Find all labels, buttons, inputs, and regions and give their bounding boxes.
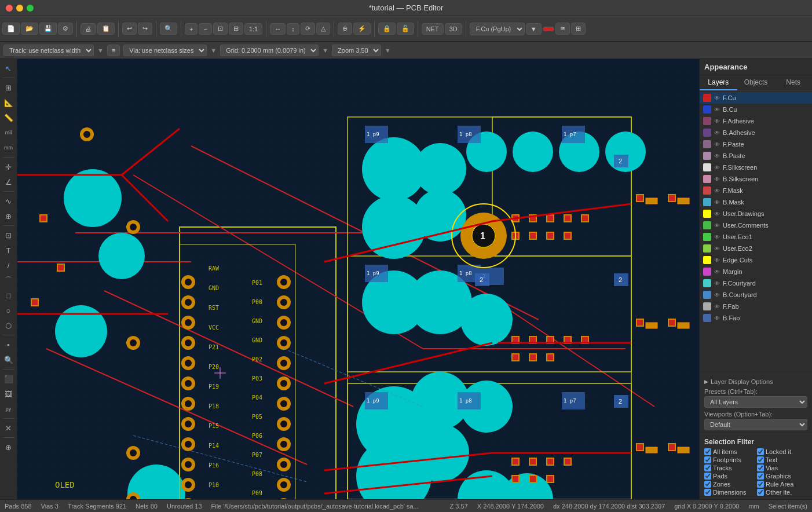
scripting-tool[interactable]: py (2, 402, 16, 416)
layer-item-f-mask[interactable]: 👁 F.Mask (700, 185, 812, 196)
pcb-canvas-area[interactable] (17, 59, 699, 499)
3d-view-tool[interactable]: ⬛ (2, 372, 16, 386)
layer-eye[interactable]: 👁 (713, 210, 721, 217)
zoom-out-button[interactable]: − (199, 23, 211, 35)
zoom-select[interactable]: Zoom 3.50 (332, 45, 381, 56)
plot-button[interactable]: 📋 (97, 23, 115, 35)
track-width-select[interactable]: Track: use netclass width (3, 45, 94, 56)
sf-checkbox-8[interactable] (704, 481, 711, 488)
pcb-canvas[interactable] (17, 59, 699, 499)
layer-item-user-eco1[interactable]: 👁 User.Eco1 (700, 231, 812, 243)
track-rules-button[interactable]: ≡ (107, 45, 120, 56)
layer-eye[interactable]: 👁 (713, 233, 721, 240)
mm-toggle[interactable]: mm (2, 141, 16, 155)
viewport-select[interactable]: Default (704, 419, 807, 430)
mirror-h-button[interactable]: ↔ (270, 23, 286, 35)
extra-button[interactable]: ⊞ (571, 23, 586, 35)
layer-item-b-courtyard[interactable]: 👁 B.Courtyard (700, 289, 812, 301)
zoom-in-button[interactable]: + (185, 23, 197, 35)
measure-tool[interactable]: 📏 (2, 111, 16, 125)
sf-checkbox-2[interactable] (704, 456, 711, 463)
sf-checkbox-0[interactable] (704, 448, 711, 455)
layer-eye[interactable]: 👁 (713, 222, 721, 229)
cursor-tool[interactable]: ✛ (2, 160, 16, 174)
sf-checkbox-10[interactable] (704, 489, 711, 496)
route-track-tool[interactable]: ∿ (2, 194, 16, 208)
sf-checkbox-4[interactable] (704, 465, 711, 471)
layer-eye[interactable]: 👁 (713, 187, 721, 194)
layer-eye[interactable]: 👁 (713, 257, 721, 264)
board3d-button[interactable]: 3D (445, 23, 462, 35)
add-via-tool[interactable]: ⊕ (2, 209, 16, 223)
layer-item-f-silkscreen[interactable]: 👁 F.Silkscreen (700, 162, 812, 173)
layer-eye[interactable]: 👁 (713, 94, 721, 101)
layer-eye[interactable]: 👁 (713, 129, 721, 136)
layer-eye[interactable]: 👁 (713, 303, 721, 310)
layer-item-b-adhesive[interactable]: 👁 B.Adhesive (700, 127, 812, 138)
layer-eye[interactable]: 👁 (713, 118, 721, 125)
layer-item-b-silkscreen[interactable]: 👁 B.Silkscreen (700, 173, 812, 185)
layer-eye[interactable]: 👁 (713, 152, 721, 159)
angle-tool[interactable]: ∠ (2, 175, 16, 189)
layer-item-user-eco2[interactable]: 👁 User.Eco2 (700, 243, 812, 254)
add-line-tool[interactable]: / (2, 258, 16, 272)
new-button[interactable]: 📄 (2, 23, 20, 35)
layer-eye[interactable]: 👁 (713, 314, 721, 321)
sf-checkbox-1[interactable] (757, 448, 764, 455)
sf-checkbox-6[interactable] (704, 473, 711, 480)
layer-item-f-adhesive[interactable]: 👁 F.Adhesive (700, 115, 812, 127)
layer-eye[interactable]: 👁 (713, 291, 721, 298)
zoom-area-button[interactable]: ⊞ (229, 23, 243, 35)
fill-zone-tool[interactable]: ▪ (2, 338, 16, 352)
zoom-fit-button[interactable]: ⊡ (213, 23, 228, 35)
layer-color-button[interactable] (543, 27, 554, 31)
layer-display-header[interactable]: ▶ Layer Display Options (704, 378, 807, 385)
sf-checkbox-9[interactable] (757, 481, 764, 488)
add-circle-tool[interactable]: ○ (2, 303, 16, 317)
rotate-button[interactable]: △ (316, 23, 330, 35)
sf-checkbox-11[interactable] (757, 489, 764, 496)
maximize-button[interactable] (27, 5, 34, 12)
sf-checkbox-5[interactable] (757, 465, 764, 471)
sf-checkbox-7[interactable] (757, 473, 764, 480)
layer-eye[interactable]: 👁 (713, 164, 721, 171)
search-button[interactable]: 🔍 (160, 23, 177, 35)
select-tool[interactable]: ↖ (2, 61, 16, 75)
layer-eye[interactable]: 👁 (713, 245, 721, 252)
layer-item-f-paste[interactable]: 👁 F.Paste (700, 138, 812, 150)
redo-button[interactable]: ↪ (138, 23, 152, 35)
tab-nets[interactable]: Nets (774, 75, 812, 90)
close-button[interactable] (6, 5, 13, 12)
layer-item-user-comments[interactable]: 👁 User.Comments (700, 220, 812, 231)
drc-button[interactable]: ⚡ (353, 23, 371, 35)
sf-checkbox-3[interactable] (757, 456, 764, 463)
add-poly-tool[interactable]: ⬡ (2, 319, 16, 332)
layer-eye[interactable]: 👁 (713, 268, 721, 275)
mirror-v-button[interactable]: ↕ (287, 23, 299, 35)
grid-select[interactable]: Grid: 0.2000 mm (0.0079 in) (220, 45, 319, 56)
preset-select[interactable]: All Layers (704, 396, 807, 408)
ruler-tool[interactable]: 📐 (2, 96, 16, 109)
tab-layers[interactable]: Layers (700, 75, 737, 90)
delete-tool[interactable]: ✕ (2, 421, 16, 435)
zoom-100-button[interactable]: 1:1 (244, 23, 262, 35)
layer-eye[interactable]: 👁 (713, 199, 721, 206)
ratsnest-button[interactable]: ≋ (555, 23, 570, 35)
image-tool[interactable]: 🖼 (2, 387, 16, 401)
layer-item-b-paste[interactable]: 👁 B.Paste (700, 150, 812, 162)
undo-button[interactable]: ↩ (122, 23, 137, 35)
add-arc-tool[interactable]: ⌒ (2, 273, 16, 287)
save-button[interactable]: 💾 (39, 23, 57, 35)
layer-item-f-fab[interactable]: 👁 F.Fab (700, 301, 812, 312)
unlock-button[interactable]: 🔓 (397, 23, 414, 35)
layer-eye[interactable]: 👁 (713, 280, 721, 287)
tab-objects[interactable]: Objects (737, 75, 775, 90)
layer-item-user-drawings[interactable]: 👁 User.Drawings (700, 208, 812, 220)
layer-dropdown-button[interactable]: ▼ (526, 23, 542, 35)
print-button[interactable]: 🖨 (81, 23, 96, 35)
extra-tool[interactable]: ⊕ (2, 440, 16, 454)
layer-item-b-fab[interactable]: 👁 B.Fab (700, 312, 812, 324)
grid-tool[interactable]: ⊞ (2, 81, 16, 94)
layer-item-f-courtyard[interactable]: 👁 F.Courtyard (700, 277, 812, 289)
route-button[interactable]: ⊕ (338, 23, 352, 35)
